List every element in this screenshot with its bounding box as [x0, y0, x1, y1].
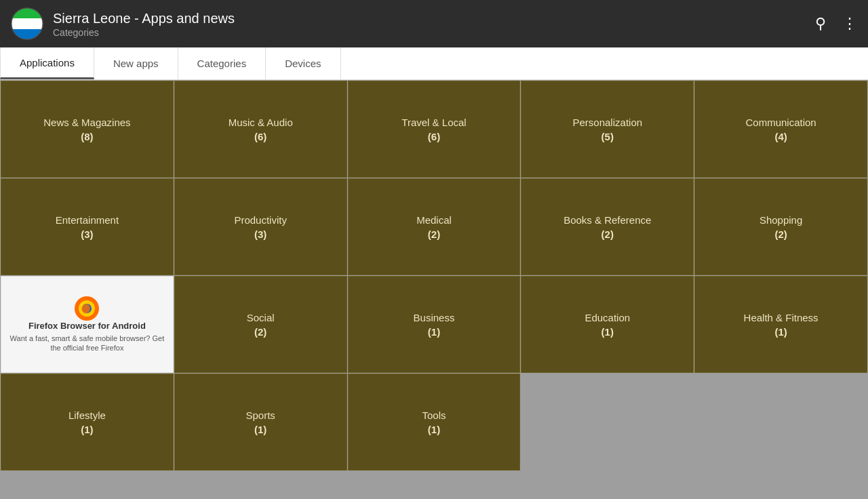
- category-productivity[interactable]: Productivity (3): [174, 178, 347, 275]
- category-news-magazines[interactable]: News & Magazines (8): [1, 81, 174, 178]
- tab-new-apps[interactable]: New apps: [94, 47, 178, 79]
- header-text-block: Sierra Leone - Apps and news Categories: [53, 9, 815, 38]
- category-education[interactable]: Education (1): [521, 276, 694, 373]
- category-health-fitness[interactable]: Health & Fitness (1): [694, 276, 867, 373]
- search-icon[interactable]: ⚲: [815, 15, 826, 33]
- empty-cell-1: [521, 374, 694, 471]
- tab-categories[interactable]: Categories: [178, 47, 267, 79]
- svg-rect-3: [11, 18, 43, 29]
- firefox-icon: [75, 296, 99, 321]
- advertisement-banner[interactable]: Firefox Browser for Android Want a fast,…: [1, 276, 174, 373]
- app-logo: [11, 7, 43, 40]
- category-tools[interactable]: Tools (1): [348, 374, 521, 471]
- ad-brand: Firefox Browser for Android: [28, 321, 146, 331]
- header: Sierra Leone - Apps and news Categories …: [0, 0, 868, 47]
- category-entertainment[interactable]: Entertainment (3): [1, 178, 174, 275]
- empty-cell-2: [694, 374, 867, 471]
- category-books-reference[interactable]: Books & Reference (2): [521, 178, 694, 275]
- tab-devices[interactable]: Devices: [266, 47, 340, 79]
- tab-bar: Applications New apps Categories Devices: [0, 47, 868, 80]
- category-personalization[interactable]: Personalization (5): [521, 81, 694, 178]
- category-medical[interactable]: Medical (2): [348, 178, 521, 275]
- category-travel-local[interactable]: Travel & Local (6): [348, 81, 521, 178]
- category-business[interactable]: Business (1): [348, 276, 521, 373]
- category-music-audio[interactable]: Music & Audio (6): [174, 81, 347, 178]
- category-shopping[interactable]: Shopping (2): [694, 178, 867, 275]
- app-subtitle: Categories: [53, 27, 815, 38]
- header-actions: ⚲ ⋮: [815, 15, 857, 33]
- ad-description: Want a fast, smart & safe mobile browser…: [9, 334, 165, 353]
- category-sports[interactable]: Sports (1): [174, 374, 347, 471]
- categories-grid: News & Magazines (8) Music & Audio (6) T…: [0, 80, 868, 471]
- tab-applications[interactable]: Applications: [0, 47, 94, 79]
- more-menu-icon[interactable]: ⋮: [842, 15, 857, 33]
- category-social[interactable]: Social (2): [174, 276, 347, 373]
- category-lifestyle[interactable]: Lifestyle (1): [1, 374, 174, 471]
- category-communication[interactable]: Communication (4): [694, 81, 867, 178]
- app-title: Sierra Leone - Apps and news: [53, 9, 815, 27]
